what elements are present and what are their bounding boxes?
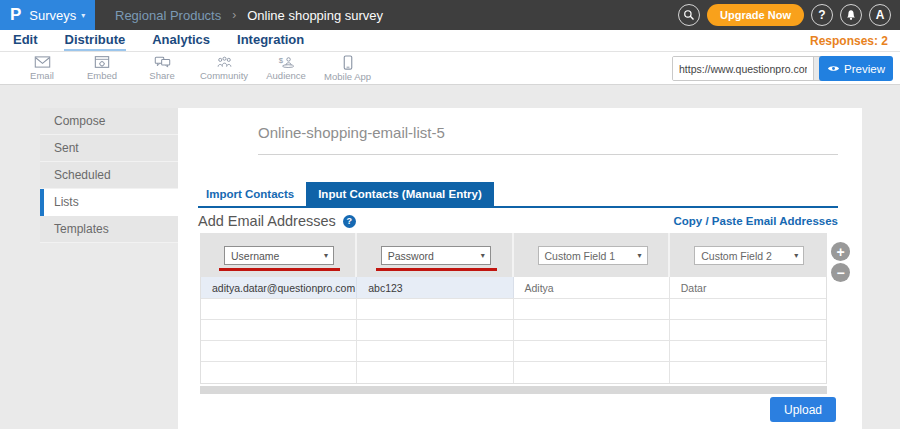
- tab-input-contacts-manual[interactable]: Input Contacts (Manual Entry): [306, 182, 494, 206]
- field-select-password-value: Password: [388, 250, 434, 262]
- tab-edit[interactable]: Edit: [12, 30, 39, 51]
- column-header-username: Username ▾: [200, 233, 357, 277]
- contact-cell-custom-2[interactable]: Datar: [670, 277, 826, 298]
- field-select-custom-1[interactable]: Custom Field 1 ▾: [538, 246, 648, 265]
- contact-cell[interactable]: [670, 341, 826, 361]
- sidebar-item-sent[interactable]: Sent: [40, 135, 178, 162]
- sidebar-item-scheduled[interactable]: Scheduled: [40, 162, 178, 189]
- tab-analytics[interactable]: Analytics: [151, 30, 211, 51]
- lists-panel: Online-shopping-email-list-5 Import Cont…: [178, 108, 862, 429]
- tab-import-contacts[interactable]: Import Contacts: [198, 183, 306, 206]
- contact-cell[interactable]: [670, 320, 826, 340]
- topbar-actions: Upgrade Now ? A: [678, 4, 900, 26]
- notifications-button[interactable]: [840, 4, 862, 26]
- add-row-button[interactable]: +: [831, 242, 850, 261]
- field-select-custom-2[interactable]: Custom Field 2 ▾: [694, 246, 804, 265]
- contact-cell[interactable]: [201, 320, 357, 340]
- contacts-tabs: Import Contacts Input Contacts (Manual E…: [198, 182, 838, 208]
- contact-cell[interactable]: [357, 320, 513, 340]
- survey-url-input[interactable]: [673, 57, 813, 80]
- breadcrumb-separator: ›: [232, 8, 236, 22]
- survey-url-group: ✎: [672, 56, 836, 81]
- toolbar-item-mobile-app[interactable]: Mobile App: [324, 55, 371, 82]
- survey-nav: Edit Distribute Analytics Integration Re…: [0, 30, 900, 52]
- field-select-username-value: Username: [231, 250, 279, 262]
- table-row: [201, 320, 826, 341]
- help-button[interactable]: ?: [811, 4, 833, 26]
- community-icon: [216, 55, 233, 69]
- sidebar-item-lists[interactable]: Lists: [40, 189, 178, 216]
- section-title: Add Email Addresses: [198, 213, 336, 229]
- contacts-table-header: Username ▾ Password ▾: [200, 233, 827, 277]
- horizontal-scrollbar[interactable]: [200, 386, 827, 394]
- toolbar-item-community[interactable]: Community: [200, 55, 248, 81]
- field-select-password[interactable]: Password ▾: [381, 246, 491, 265]
- preview-button[interactable]: Preview: [819, 56, 893, 81]
- table-row: [201, 299, 826, 320]
- email-list-name[interactable]: Online-shopping-email-list-5: [258, 124, 838, 155]
- contacts-table-body: aditya.datar@questionpro.com abc123 Adit…: [200, 277, 827, 384]
- contact-cell-custom-1[interactable]: Aditya: [514, 277, 670, 298]
- field-select-custom-1-value: Custom Field 1: [545, 250, 616, 262]
- top-bar: P Surveys ▾ Regional Products › Online s…: [0, 0, 900, 30]
- table-row: aditya.datar@questionpro.com abc123 Adit…: [201, 277, 826, 299]
- upload-button[interactable]: Upload: [770, 397, 836, 422]
- sidebar-item-templates[interactable]: Templates: [40, 216, 178, 243]
- contact-cell[interactable]: [670, 299, 826, 319]
- contact-cell[interactable]: [514, 341, 670, 361]
- contact-cell[interactable]: [357, 341, 513, 361]
- toolbar-item-embed[interactable]: Embed: [80, 55, 124, 81]
- search-icon: [683, 9, 695, 21]
- audience-icon: $: [277, 55, 295, 69]
- toolbar-label-email: Email: [30, 70, 54, 81]
- contact-cell[interactable]: [201, 362, 357, 383]
- contact-cell[interactable]: [514, 362, 670, 383]
- contact-cell-email[interactable]: aditya.datar@questionpro.com: [201, 277, 357, 298]
- mapped-field-underline: [376, 268, 497, 271]
- toolbar-label-community: Community: [200, 70, 248, 81]
- preview-label: Preview: [844, 63, 885, 75]
- avatar[interactable]: A: [869, 4, 891, 26]
- breadcrumb-survey-name[interactable]: Online shopping survey: [247, 8, 383, 23]
- toolbar-item-email[interactable]: Email: [20, 55, 64, 81]
- upgrade-now-button[interactable]: Upgrade Now: [707, 4, 804, 26]
- add-emails-header: Add Email Addresses ? Copy / Paste Email…: [198, 213, 838, 229]
- contact-cell[interactable]: [357, 362, 513, 383]
- toolbar-item-audience[interactable]: $ Audience: [264, 55, 308, 81]
- toolbar-label-share: Share: [149, 70, 174, 81]
- responses-count[interactable]: Responses: 2: [810, 30, 888, 51]
- contact-cell[interactable]: [670, 362, 826, 383]
- contact-cell[interactable]: [514, 299, 670, 319]
- table-row: [201, 362, 826, 383]
- search-button[interactable]: [678, 4, 700, 26]
- toolbar-item-share[interactable]: Share: [140, 55, 184, 81]
- distribute-toolbar: Email Embed Share Community $ Audience M…: [0, 52, 900, 85]
- contact-cell[interactable]: [357, 299, 513, 319]
- chevron-down-icon: ▾: [81, 11, 85, 20]
- copy-paste-link[interactable]: Copy / Paste Email Addresses: [674, 215, 838, 227]
- contacts-table: Username ▾ Password ▾: [200, 233, 827, 394]
- contact-cell[interactable]: [201, 299, 357, 319]
- breadcrumb-folder[interactable]: Regional Products: [115, 8, 221, 23]
- product-menu[interactable]: P Surveys ▾: [0, 0, 95, 30]
- sidebar-item-compose[interactable]: Compose: [40, 108, 178, 135]
- help-icon[interactable]: ?: [343, 215, 356, 228]
- question-mark-icon: ?: [818, 8, 825, 22]
- svg-text:$: $: [279, 56, 284, 65]
- remove-row-button[interactable]: −: [831, 263, 850, 282]
- tab-integration[interactable]: Integration: [236, 30, 305, 51]
- table-row: [201, 341, 826, 362]
- contact-cell[interactable]: [514, 320, 670, 340]
- tab-distribute[interactable]: Distribute: [64, 30, 127, 51]
- toolbar-label-embed: Embed: [87, 70, 117, 81]
- field-select-custom-2-value: Custom Field 2: [701, 250, 772, 262]
- chevron-down-icon: ▾: [481, 251, 485, 260]
- page-body: Compose Sent Scheduled Lists Templates O…: [0, 85, 900, 429]
- toolbar-label-mobile-app: Mobile App: [324, 71, 371, 82]
- column-header-custom-field-2: Custom Field 2 ▾: [670, 233, 827, 277]
- contact-cell[interactable]: [201, 341, 357, 361]
- contact-cell-password[interactable]: abc123: [357, 277, 513, 298]
- eye-icon: [827, 64, 840, 73]
- field-select-username[interactable]: Username ▾: [224, 246, 334, 265]
- chevron-down-icon: ▾: [324, 251, 328, 260]
